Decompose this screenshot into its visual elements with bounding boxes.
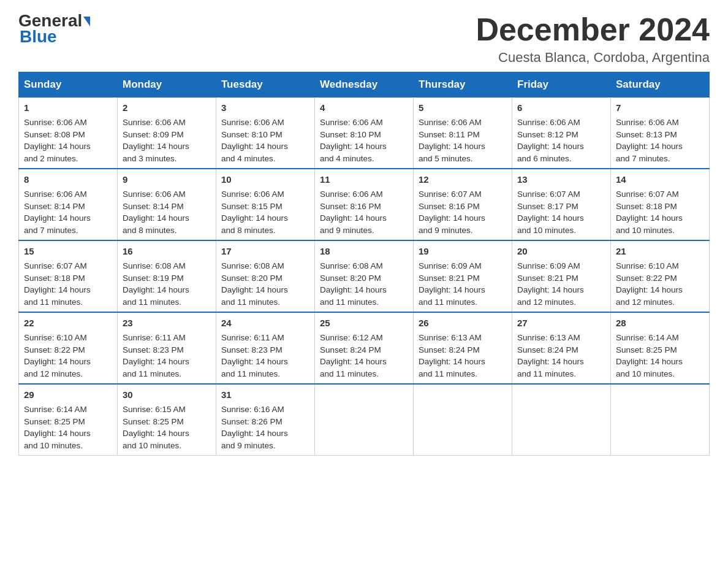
daylight-label: Daylight: 14 hours xyxy=(517,142,584,151)
sunset-label: Sunset: 8:18 PM xyxy=(616,202,677,211)
day-number: 27 xyxy=(517,316,605,330)
day-number: 1 xyxy=(24,101,112,115)
daylight-minutes: and 11 minutes. xyxy=(123,369,181,378)
daylight-minutes: and 7 minutes. xyxy=(24,226,78,235)
daylight-minutes: and 9 minutes. xyxy=(419,226,473,235)
sunset-label: Sunset: 8:14 PM xyxy=(24,202,85,211)
day-number: 4 xyxy=(320,101,408,115)
table-row: 29Sunrise: 6:14 AMSunset: 8:25 PMDayligh… xyxy=(19,384,118,456)
day-number: 12 xyxy=(419,173,507,186)
month-title: December 2024 xyxy=(476,12,710,47)
daylight-label: Daylight: 14 hours xyxy=(419,142,485,151)
sunset-label: Sunset: 8:18 PM xyxy=(24,274,85,283)
daylight-minutes: and 10 minutes. xyxy=(517,226,576,235)
sunrise-label: Sunrise: 6:07 AM xyxy=(24,261,87,270)
day-number: 30 xyxy=(123,388,211,402)
daylight-label: Daylight: 14 hours xyxy=(24,213,91,223)
table-row: 24Sunrise: 6:11 AMSunset: 8:23 PMDayligh… xyxy=(216,312,315,384)
sunrise-label: Sunrise: 6:13 AM xyxy=(419,333,482,342)
sunset-label: Sunset: 8:21 PM xyxy=(517,274,578,283)
sunset-label: Sunset: 8:22 PM xyxy=(616,274,677,283)
daylight-label: Daylight: 14 hours xyxy=(419,213,485,223)
col-saturday: Saturday xyxy=(611,72,710,98)
sunrise-label: Sunrise: 6:13 AM xyxy=(517,333,580,342)
col-sunday: Sunday xyxy=(19,72,118,98)
table-row: 2Sunrise: 6:06 AMSunset: 8:09 PMDaylight… xyxy=(118,98,216,169)
col-thursday: Thursday xyxy=(414,72,512,98)
day-number: 17 xyxy=(221,245,309,258)
daylight-label: Daylight: 14 hours xyxy=(123,357,189,366)
sunset-label: Sunset: 8:19 PM xyxy=(123,274,184,283)
daylight-minutes: and 11 minutes. xyxy=(221,297,280,307)
sunrise-label: Sunrise: 6:06 AM xyxy=(320,118,383,127)
sunset-label: Sunset: 8:08 PM xyxy=(24,130,85,139)
calendar-table: Sunday Monday Tuesday Wednesday Thursday… xyxy=(18,72,710,456)
sunrise-label: Sunrise: 6:06 AM xyxy=(616,118,679,127)
table-row: 11Sunrise: 6:06 AMSunset: 8:16 PMDayligh… xyxy=(315,169,414,240)
table-row: 15Sunrise: 6:07 AMSunset: 8:18 PMDayligh… xyxy=(19,240,118,312)
sunset-label: Sunset: 8:25 PM xyxy=(24,417,85,426)
day-number: 29 xyxy=(24,388,112,402)
sunrise-label: Sunrise: 6:14 AM xyxy=(616,333,679,342)
day-number: 5 xyxy=(419,101,507,115)
daylight-label: Daylight: 14 hours xyxy=(221,357,288,366)
daylight-label: Daylight: 14 hours xyxy=(616,285,683,294)
daylight-minutes: and 9 minutes. xyxy=(320,226,374,235)
day-number: 31 xyxy=(221,388,309,402)
sunrise-label: Sunrise: 6:08 AM xyxy=(123,261,186,270)
table-row: 9Sunrise: 6:06 AMSunset: 8:14 PMDaylight… xyxy=(118,169,216,240)
daylight-minutes: and 12 minutes. xyxy=(24,369,83,378)
sunrise-label: Sunrise: 6:07 AM xyxy=(616,190,679,199)
sunset-label: Sunset: 8:16 PM xyxy=(320,202,381,211)
daylight-minutes: and 12 minutes. xyxy=(616,297,675,307)
daylight-minutes: and 8 minutes. xyxy=(123,226,177,235)
daylight-minutes: and 11 minutes. xyxy=(419,297,477,307)
sunset-label: Sunset: 8:12 PM xyxy=(517,130,578,139)
table-row xyxy=(414,384,512,456)
daylight-label: Daylight: 14 hours xyxy=(320,142,387,151)
day-number: 22 xyxy=(24,316,112,330)
day-number: 24 xyxy=(221,316,309,330)
table-row xyxy=(315,384,414,456)
sunset-label: Sunset: 8:20 PM xyxy=(221,274,282,283)
daylight-label: Daylight: 14 hours xyxy=(123,429,189,438)
table-row: 10Sunrise: 6:06 AMSunset: 8:15 PMDayligh… xyxy=(216,169,315,240)
table-row: 27Sunrise: 6:13 AMSunset: 8:24 PMDayligh… xyxy=(512,312,611,384)
day-number: 10 xyxy=(221,173,309,186)
day-number: 9 xyxy=(123,173,211,186)
daylight-label: Daylight: 14 hours xyxy=(24,357,91,366)
daylight-label: Daylight: 14 hours xyxy=(616,357,683,366)
sunrise-label: Sunrise: 6:06 AM xyxy=(123,190,186,199)
table-row: 7Sunrise: 6:06 AMSunset: 8:13 PMDaylight… xyxy=(611,98,710,169)
sunset-label: Sunset: 8:26 PM xyxy=(221,417,282,426)
daylight-label: Daylight: 14 hours xyxy=(320,285,387,294)
daylight-minutes: and 3 minutes. xyxy=(123,154,177,163)
col-wednesday: Wednesday xyxy=(315,72,414,98)
daylight-minutes: and 10 minutes. xyxy=(616,369,675,378)
day-number: 13 xyxy=(517,173,605,186)
daylight-label: Daylight: 14 hours xyxy=(123,213,189,223)
table-row: 14Sunrise: 6:07 AMSunset: 8:18 PMDayligh… xyxy=(611,169,710,240)
daylight-label: Daylight: 14 hours xyxy=(24,142,91,151)
sunset-label: Sunset: 8:24 PM xyxy=(517,345,578,354)
col-tuesday: Tuesday xyxy=(216,72,315,98)
day-number: 2 xyxy=(123,101,211,115)
sunrise-label: Sunrise: 6:10 AM xyxy=(24,333,87,342)
sunset-label: Sunset: 8:10 PM xyxy=(221,130,282,139)
day-number: 19 xyxy=(419,245,507,258)
sunset-label: Sunset: 8:20 PM xyxy=(320,274,381,283)
sunset-label: Sunset: 8:13 PM xyxy=(616,130,677,139)
sunrise-label: Sunrise: 6:06 AM xyxy=(419,118,482,127)
daylight-label: Daylight: 14 hours xyxy=(616,142,683,151)
sunset-label: Sunset: 8:16 PM xyxy=(419,202,480,211)
daylight-minutes: and 5 minutes. xyxy=(419,154,473,163)
sunrise-label: Sunrise: 6:09 AM xyxy=(517,261,580,270)
daylight-label: Daylight: 14 hours xyxy=(221,213,288,223)
table-row: 3Sunrise: 6:06 AMSunset: 8:10 PMDaylight… xyxy=(216,98,315,169)
sunrise-label: Sunrise: 6:07 AM xyxy=(419,190,482,199)
daylight-minutes: and 10 minutes. xyxy=(616,226,675,235)
table-row: 17Sunrise: 6:08 AMSunset: 8:20 PMDayligh… xyxy=(216,240,315,312)
table-row: 16Sunrise: 6:08 AMSunset: 8:19 PMDayligh… xyxy=(118,240,216,312)
daylight-label: Daylight: 14 hours xyxy=(616,213,683,223)
table-row: 18Sunrise: 6:08 AMSunset: 8:20 PMDayligh… xyxy=(315,240,414,312)
